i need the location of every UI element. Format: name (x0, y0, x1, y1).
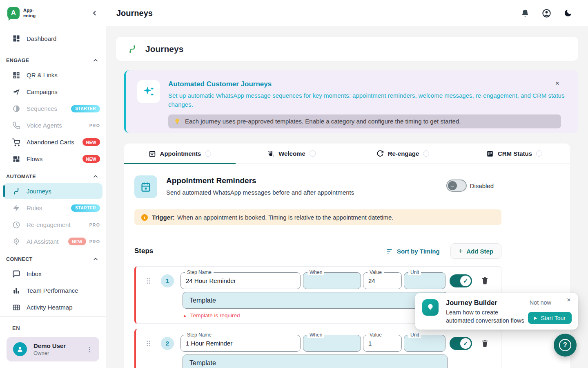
step-name-input[interactable] (186, 277, 295, 284)
drag-handle-icon[interactable] (146, 340, 151, 347)
new-badge: NEW (82, 155, 100, 163)
template-select[interactable]: Template (183, 292, 448, 309)
dark-mode-moon-icon[interactable] (564, 9, 572, 18)
tab-label: Appointments (160, 150, 201, 157)
chevron-up-icon[interactable] (92, 57, 99, 64)
add-step-button[interactable]: + Add Step (450, 243, 501, 259)
tab-appointments[interactable]: Appointments (124, 144, 236, 164)
banner-description: Set up automatic WhatsApp message sequen… (168, 91, 566, 109)
sidebar-item-journeys[interactable]: Journeys (3, 183, 102, 199)
page-heading: Journeys (145, 44, 183, 54)
sidebar-item-qr-links[interactable]: QR & Links (0, 67, 106, 83)
sidebar-item-activity-heatmap[interactable]: Activity Heatmap (0, 299, 106, 316)
sidebar-item-label: Rules (27, 204, 42, 211)
banner-title: Automated Customer Journeys (168, 80, 566, 88)
template-select[interactable]: Template (183, 355, 448, 368)
field-label: When (307, 269, 324, 275)
field-label: When (307, 332, 324, 338)
template-placeholder: Template (189, 297, 216, 304)
category-status-label: Disabled (470, 182, 494, 189)
tab-crm-status[interactable]: CRM Status (459, 144, 570, 164)
sort-by-timing-button[interactable]: Sort by Timing (386, 248, 440, 255)
category-toggle[interactable]: – (446, 180, 467, 192)
sidebar-item-sequences[interactable]: Sequences STARTER (0, 100, 106, 117)
page-title: Journeys (116, 9, 153, 18)
route-icon (127, 44, 137, 54)
sidebar-item-label: Inbox (27, 270, 42, 277)
sidebar-item-inbox[interactable]: Inbox (0, 265, 106, 282)
sidebar-item-campaigns[interactable]: Campaigns (0, 83, 106, 100)
tab-re-engage[interactable]: Re-engage (347, 144, 459, 164)
pro-tag: PRO (89, 239, 100, 244)
bar-chart-icon (12, 287, 20, 295)
sidebar-item-flows[interactable]: Journeys Flows NEW (0, 150, 106, 167)
route-icon (12, 187, 20, 195)
chevron-left-icon (91, 9, 98, 17)
info-icon: i (141, 214, 148, 221)
kanban-icon (486, 150, 494, 157)
sidebar-item-re-engagement[interactable]: Re-engagement PRO (0, 216, 106, 233)
toggle-knob-check-icon: ✓ (460, 338, 471, 349)
sidebar-item-voice-agents[interactable]: Voice Agents PRO (0, 117, 106, 134)
close-icon[interactable]: × (555, 79, 559, 88)
tab-status-radio (423, 150, 429, 157)
close-icon[interactable]: × (567, 296, 571, 304)
user-menu-button[interactable]: ⋮ (83, 343, 96, 356)
sidebar-item-label: AI Assistant (27, 238, 58, 245)
language-selector[interactable]: EN (7, 320, 99, 337)
sidebar: A App- ening Dashboard (0, 0, 106, 368)
question-mark-icon: ? (559, 339, 571, 351)
section-title: ENGAGE (6, 58, 29, 63)
play-icon: ▶ (534, 316, 537, 320)
bell-icon[interactable] (521, 9, 530, 18)
section-title: CONNECT (6, 256, 33, 262)
category-tabs: Appointments Welcome Re- (124, 144, 570, 164)
account-icon[interactable] (542, 9, 551, 18)
sidebar-item-ai-assistant[interactable]: AI Assistant NEW PRO (0, 233, 106, 250)
trigger-text: Trigger: When an appointment is booked. … (152, 214, 393, 221)
pro-tag: PRO (89, 123, 100, 128)
value-field: Value (363, 272, 402, 289)
drag-handle-icon[interactable] (146, 277, 151, 285)
step-name-input[interactable] (186, 340, 295, 347)
waving-hand-icon (267, 150, 274, 157)
starter-badge: STARTER (71, 204, 100, 212)
topbar: Journeys (106, 0, 588, 26)
paper-plane-icon (12, 88, 20, 96)
toggle-knob-minus-icon: – (448, 181, 457, 190)
sidebar-item-label: Voice Agents (27, 122, 62, 129)
sidebar-item-label: Campaigns (27, 88, 58, 95)
help-fab-button[interactable]: ? (554, 334, 577, 357)
trigger-banner: i Trigger: When an appointment is booked… (134, 209, 501, 225)
journeys-panel: Appointments Welcome Re- (124, 144, 570, 368)
sparkles-icon (137, 80, 160, 103)
lightbulb-icon (174, 118, 180, 125)
step-enabled-toggle[interactable]: ✓ (450, 274, 472, 287)
sort-icon (386, 248, 393, 255)
step-enabled-toggle[interactable]: ✓ (450, 337, 472, 350)
unit-select[interactable]: Unit (404, 335, 445, 352)
sidebar-item-dashboard[interactable]: Dashboard (0, 30, 106, 47)
when-select[interactable]: When (303, 335, 361, 352)
sidebar-item-rules[interactable]: Rules STARTER (0, 200, 106, 216)
sidebar-item-abandoned-carts[interactable]: Abandoned Carts NEW (0, 134, 106, 150)
chevron-up-icon[interactable] (92, 173, 99, 180)
not-now-button[interactable]: Not now (530, 299, 551, 306)
trash-icon[interactable] (481, 276, 489, 285)
toggle-knob-check-icon: ✓ (460, 276, 471, 286)
banner-texts: Automated Customer Journeys Set up autom… (168, 80, 566, 109)
when-select[interactable]: When (303, 272, 361, 289)
user-card[interactable]: Demo User Owner ⋮ (7, 337, 99, 361)
sidebar-collapse-button[interactable] (91, 9, 98, 17)
robot-head-icon (12, 238, 20, 246)
sidebar-item-team-performance[interactable]: Team Performance (0, 282, 106, 299)
value-input[interactable] (368, 340, 396, 347)
trash-icon[interactable] (481, 339, 489, 348)
chevron-up-icon[interactable] (92, 256, 99, 263)
brand-name: App- ening (23, 8, 36, 18)
category-enable-control: – Disabled (446, 175, 494, 192)
start-tour-button[interactable]: ▶ Start Tour (528, 312, 572, 324)
tab-welcome[interactable]: Welcome (236, 144, 347, 164)
unit-select[interactable]: Unit (404, 272, 445, 289)
value-input[interactable] (368, 277, 396, 284)
